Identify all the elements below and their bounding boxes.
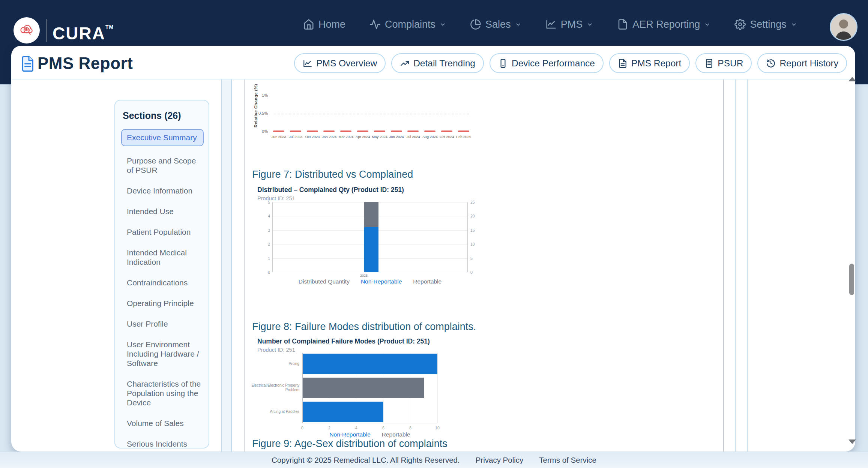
top-navigation: CURATM Home Complaints Sales PMS AER Rep… [0,0,868,49]
fig7-left-tick: 4 [256,214,270,218]
fig7-stacked-bar[interactable] [364,202,378,272]
fig7-plot-area [272,202,468,272]
fig7-right-tick: 25 [470,200,485,204]
chevron-down-icon [587,21,593,28]
terms-of-service-link[interactable]: Terms of Service [539,456,596,465]
report-document-viewport: Relative Change (%) 1% 0.5% 0% Jun 2023J… [0,0,868,468]
fig7-right-tick: 5 [470,256,485,261]
file-icon [617,19,628,30]
fig8-category-label: Electrical/Electronic Property Problem [240,383,299,392]
fig7-left-tick: 5 [256,200,270,204]
logo-badge [14,17,40,44]
fig8-category-label: Arcing [240,362,299,366]
fig7-left-tick: 3 [256,228,270,232]
legend-item-distributed-quantity[interactable]: Distributed Quantity [299,278,350,285]
logo-divider [47,19,47,42]
fig8-chart-subtitle: Product ID: 251 [257,347,295,353]
fig8-bar[interactable] [303,402,383,422]
y-tick: 1% [249,93,268,98]
fig7-right-tick: 15 [470,228,485,232]
fig8-category-label: Arcing at Paddles [240,410,299,414]
fig7-left-tick: 1 [256,256,270,261]
pie-chart-icon [470,19,481,30]
copyright-text: Copyright © 2025 Remedical LLC. All Righ… [272,456,460,465]
fig8-chart-title: Number of Complained Failure Modes (Prod… [257,338,430,345]
chevron-down-icon [515,21,521,28]
nav-item-sales[interactable]: Sales [470,19,521,30]
activity-icon [369,19,381,30]
brand-logo[interactable]: CURATM [14,14,114,46]
chevron-down-icon [704,21,710,28]
legend-item-non-reportable[interactable]: Non-Reportable [361,278,402,285]
nav-item-aer-reporting[interactable]: AER Reporting [617,19,710,30]
legend-item-reportable[interactable]: Reportable [413,278,442,285]
fig8-x-tick: 4 [351,426,362,430]
fig8-plot-area [302,353,437,423]
chevron-down-icon [791,21,797,28]
gridline-half-percent [274,114,469,114]
legend-item-non-reportable[interactable]: Non-Reportable [329,431,370,438]
relative-change-x-axis: Jun 2023Jul 2023Oct 2023Jan 2024Mar 2024… [270,135,472,139]
home-icon [303,19,314,30]
fig7-right-tick: 0 [470,270,485,274]
fig7-chart-title: Distributed – Complained Qty (Product ID… [257,186,404,194]
nav-item-complaints[interactable]: Complaints [369,19,446,30]
user-avatar[interactable] [830,13,857,41]
nav-item-settings[interactable]: Settings [734,19,797,30]
fig7-segment-nonreportable[interactable] [364,227,378,272]
fig8-x-tick: 2 [324,426,335,430]
page-footer: Copyright © 2025 Remedical LLC. All Righ… [0,452,868,468]
fig7-right-tick: 10 [470,242,485,246]
fig8-x-tick: 10 [432,426,443,430]
nav-item-pms[interactable]: PMS [545,19,593,30]
legend-item-reportable[interactable]: Reportable [382,431,410,438]
fig8-bar[interactable] [303,354,437,374]
scroll-down-arrow[interactable] [848,440,856,444]
scroll-up-arrow[interactable] [848,77,856,81]
y-tick: 0.5% [249,111,268,116]
scrollbar-thumb[interactable] [849,264,854,295]
figure9-caption: Figure 9: Age-Sex distribution of compla… [252,438,448,450]
nav-menu: Home Complaints Sales PMS AER Reporting … [303,0,797,49]
fig8-legend: Non-Reportable Reportable [302,431,437,438]
fig7-category-label: 2025 [357,274,371,278]
chevron-down-icon [440,21,446,28]
fig7-left-tick: 2 [256,242,270,246]
line-chart-icon [545,19,557,30]
gear-icon [734,19,746,30]
fig8-x-tick: 0 [297,426,308,430]
relative-change-y-axis-label: Relative Change (%) [254,81,258,128]
fig7-legend: Distributed Quantity Non-Reportable Repo… [272,278,468,285]
trademark: TM [105,24,114,30]
nav-item-home[interactable]: Home [303,19,345,30]
fig8-bar[interactable] [303,378,424,398]
figure7-caption: Figure 7: Distributed vs Complained [252,169,413,180]
zero-percent-data-markers [273,130,469,132]
privacy-policy-link[interactable]: Privacy Policy [476,456,524,465]
figure8-caption: Figure 8: Failure Modes distribution of … [252,321,476,333]
fig7-segment-distributed[interactable] [364,202,378,227]
cura-cloud-magnifier-icon [18,21,35,40]
fig8-x-tick: 6 [378,426,389,430]
fig8-x-tick: 8 [405,426,416,430]
y-tick: 0% [249,129,268,134]
fig7-left-tick: 0 [256,270,270,274]
fig7-right-tick: 20 [470,214,485,218]
brand-name: CURATM [53,14,114,46]
